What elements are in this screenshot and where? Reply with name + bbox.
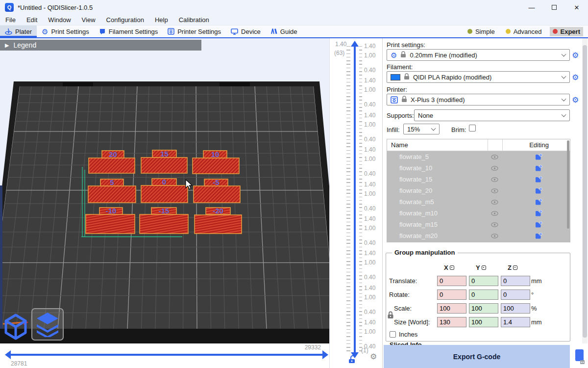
edit-object-icon[interactable] (535, 176, 542, 183)
print-settings-dropdown[interactable]: ⚙ 0.20mm Fine (modified) (387, 49, 570, 61)
object-name: flowrate_5 (399, 153, 429, 160)
layer-slider-top-handle[interactable] (351, 41, 359, 47)
tab-printer-settings[interactable]: Printer Settings (163, 26, 226, 37)
menu-window[interactable]: Window (43, 15, 76, 26)
visibility-eye-icon[interactable] (491, 188, 498, 193)
edit-object-icon[interactable] (535, 210, 542, 217)
list-item-flowrate_m10[interactable]: flowrate_m10 (387, 208, 570, 219)
mode-simple[interactable]: Simple (465, 27, 498, 36)
panel-scrollbar-thumb[interactable] (583, 45, 587, 338)
visibility-eye-icon[interactable] (491, 222, 498, 227)
menu-calibration[interactable]: Calibration (173, 15, 215, 26)
inches-checkbox[interactable] (390, 331, 396, 338)
chevron-down-icon (431, 126, 436, 131)
edit-object-icon[interactable] (535, 221, 542, 228)
edit-object-icon[interactable] (535, 154, 542, 160)
visibility-eye-icon[interactable] (491, 177, 498, 182)
list-item-flowrate_m20[interactable]: flowrate_m20 (387, 230, 570, 241)
visibility-eye-icon[interactable] (491, 234, 498, 238)
edit-object-icon[interactable] (535, 199, 542, 206)
uniform-scale-lock-icon[interactable] (387, 311, 394, 320)
tab-print-settings[interactable]: ⚙Print Settings (37, 26, 94, 37)
list-item-flowrate_10[interactable]: flowrate_10 (387, 162, 570, 174)
visibility-eye-icon[interactable] (491, 155, 498, 159)
translate-label: Translate: (389, 277, 417, 285)
3d-viewport[interactable]: 20151050-5-10-15-20 ▶ Legend (0, 38, 329, 343)
filament-dropdown[interactable]: QIDI PLA Rapido (modified) (387, 71, 570, 83)
preset-gear-icon: ⚙ (391, 52, 397, 59)
supports-dropdown[interactable]: None (414, 109, 570, 121)
hslider-right-handle[interactable] (322, 350, 328, 359)
chevron-down-icon (562, 74, 566, 79)
legend-collapse-bar[interactable]: ▶ Legend (0, 40, 201, 51)
object-name: flowrate_m5 (399, 198, 434, 206)
translate-x-input[interactable] (437, 276, 466, 286)
horizontal-slider[interactable] (11, 354, 322, 356)
editor-view-button[interactable] (1, 309, 30, 342)
tab-label: Print Settings (51, 28, 89, 35)
layer-tick-label: 1.40 (364, 112, 375, 119)
infill-dropdown[interactable]: 15% (403, 124, 440, 134)
list-item-flowrate_m15[interactable]: flowrate_m15 (387, 219, 570, 230)
visibility-eye-icon[interactable] (491, 200, 498, 205)
hslider-left-handle[interactable] (5, 350, 11, 359)
rotate-y-input[interactable] (469, 289, 498, 300)
edit-printer-gear[interactable]: ⚙ (572, 96, 579, 104)
list-item-flowrate_15[interactable]: flowrate_15 (387, 174, 570, 185)
menu-view[interactable]: View (76, 15, 101, 26)
layer-slider[interactable] (354, 46, 356, 352)
list-item-flowrate_20[interactable]: flowrate_20 (387, 185, 570, 196)
scale-x-input[interactable] (437, 303, 466, 314)
layer-tick-label: 1.40 (364, 43, 375, 50)
translate-y-input[interactable] (469, 276, 498, 286)
close-button[interactable]: ✕ (565, 0, 588, 15)
rotate-x-input[interactable] (437, 289, 466, 300)
size-z-input[interactable] (501, 317, 530, 327)
translate-z-input[interactable] (501, 276, 530, 286)
edit-filament-gear[interactable]: ⚙ (572, 74, 579, 81)
printer-dropdown[interactable]: X-Plus 3 (modified) (387, 94, 570, 105)
menu-edit[interactable]: Edit (21, 15, 43, 26)
axis-target-icon (513, 265, 517, 270)
scale-z-input[interactable] (501, 303, 530, 314)
size-x-input[interactable] (437, 317, 466, 327)
menu-configuration[interactable]: Configuration (101, 15, 149, 26)
menu-help[interactable]: Help (149, 15, 173, 26)
edit-print-settings-gear[interactable]: ⚙ (572, 52, 579, 59)
printer-icon (168, 28, 174, 35)
visibility-eye-icon[interactable] (491, 211, 498, 216)
right-settings-panel: Print settings: ⚙ 0.20mm Fine (modified)… (382, 38, 588, 368)
mode-advanced[interactable]: Advanced (503, 27, 545, 36)
slider-lock-icon[interactable] (348, 355, 356, 366)
edit-object-icon[interactable] (535, 187, 542, 194)
object-name: flowrate_10 (399, 164, 432, 172)
mode-expert[interactable]: Expert (550, 27, 583, 36)
current-layer-height: 1.40 (335, 41, 346, 48)
scale-y-input[interactable] (469, 303, 498, 314)
tab-filament-settings[interactable]: Filament Settings (94, 26, 163, 37)
tab-guide[interactable]: Guide (266, 26, 302, 37)
tab-plater[interactable]: Plater (0, 26, 37, 37)
export-to-usb-button[interactable] (570, 345, 588, 368)
panel-scrollbar-track[interactable] (582, 38, 588, 343)
maximize-button[interactable] (543, 0, 565, 15)
rotate-z-input[interactable] (501, 289, 530, 300)
printer-icon (391, 96, 398, 104)
svg-text:-20: -20 (213, 207, 223, 215)
brim-checkbox[interactable] (469, 125, 476, 131)
object-list-scrollbar[interactable] (567, 140, 569, 229)
tab-device[interactable]: Device (226, 26, 266, 37)
menu-file[interactable]: File (0, 15, 21, 26)
visibility-eye-icon[interactable] (491, 166, 498, 171)
preview-view-button[interactable] (31, 308, 64, 341)
export-gcode-button[interactable]: Export G-code (384, 345, 570, 368)
list-item-flowrate_m5[interactable]: flowrate_m5 (387, 196, 570, 208)
edit-object-icon[interactable] (535, 165, 542, 172)
layer-tick-label: 0.40 (364, 309, 375, 315)
edit-object-icon[interactable] (535, 233, 542, 239)
list-item-flowrate_5[interactable]: flowrate_5 (387, 151, 570, 162)
minimize-button[interactable]: — (520, 0, 543, 15)
layer-tick-label: 1.00 (364, 328, 375, 335)
slider-settings-gear-icon[interactable]: ⚙ (370, 353, 377, 361)
size-y-input[interactable] (469, 317, 498, 327)
